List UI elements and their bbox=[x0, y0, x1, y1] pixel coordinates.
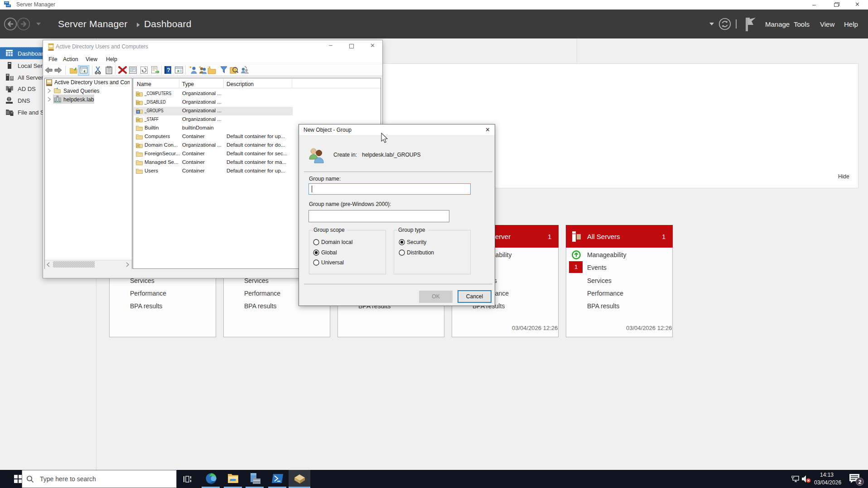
svg-text:2: 2 bbox=[858, 479, 862, 485]
svg-text:?: ? bbox=[167, 67, 170, 73]
